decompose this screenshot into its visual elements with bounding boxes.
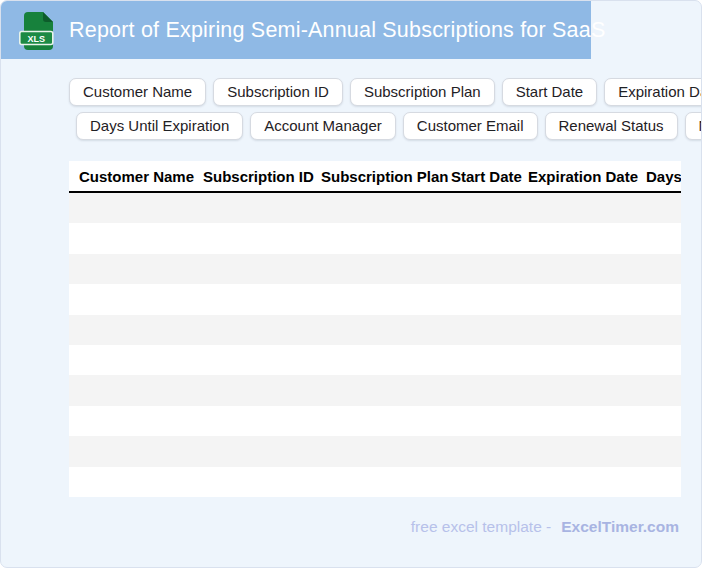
column-header-expiration-date: Expiration Date	[528, 168, 646, 185]
xls-file-icon: XLS	[19, 11, 57, 51]
column-header-days-until-expiration: Days Until Expiration	[646, 168, 681, 185]
table-row	[69, 193, 681, 223]
footer: free excel template - ExcelTimer.com	[411, 518, 679, 536]
table-row	[69, 436, 681, 466]
table-row	[69, 467, 681, 497]
column-header-start-date: Start Date	[451, 168, 528, 185]
xls-icon-label: XLS	[28, 34, 46, 44]
chip-days-until-expiration[interactable]: Days Until Expiration	[76, 112, 243, 140]
chip-renewal-status[interactable]: Renewal Status	[545, 112, 678, 140]
chip-start-date[interactable]: Start Date	[502, 78, 598, 106]
chip-notes[interactable]: Notes	[685, 112, 702, 140]
table-row	[69, 284, 681, 314]
table-row	[69, 406, 681, 436]
title-bar: XLS Report of Expiring Semi-Annual Subsc…	[1, 1, 591, 59]
footer-text: free excel template -	[411, 518, 551, 536]
chip-account-manager[interactable]: Account Manager	[250, 112, 396, 140]
chips-row-1: Customer Name Subscription ID Subscripti…	[69, 78, 702, 106]
chip-customer-name[interactable]: Customer Name	[69, 78, 206, 106]
chip-customer-email[interactable]: Customer Email	[403, 112, 538, 140]
footer-brand-link[interactable]: ExcelTimer.com	[561, 518, 679, 536]
table-row	[69, 223, 681, 253]
page-title: Report of Expiring Semi-Annual Subscript…	[1, 18, 605, 43]
chip-subscription-plan[interactable]: Subscription Plan	[350, 78, 495, 106]
chip-expiration-date[interactable]: Expiration Date	[604, 78, 702, 106]
table-row	[69, 375, 681, 405]
chip-subscription-id[interactable]: Subscription ID	[213, 78, 343, 106]
table-row	[69, 254, 681, 284]
template-card: XLS Report of Expiring Semi-Annual Subsc…	[0, 0, 702, 568]
column-header-customer-name: Customer Name	[69, 168, 203, 185]
xls-file-icon-graphic: XLS	[19, 11, 57, 51]
table-header-row: Customer Name Subscription ID Subscripti…	[69, 161, 681, 193]
table-body	[69, 193, 681, 497]
table-row	[69, 345, 681, 375]
subscriptions-table: Customer Name Subscription ID Subscripti…	[69, 161, 681, 497]
chips-row-2: Days Until Expiration Account Manager Cu…	[76, 112, 702, 140]
table-row	[69, 315, 681, 345]
column-header-subscription-id: Subscription ID	[203, 168, 321, 185]
column-header-subscription-plan: Subscription Plan	[321, 168, 451, 185]
